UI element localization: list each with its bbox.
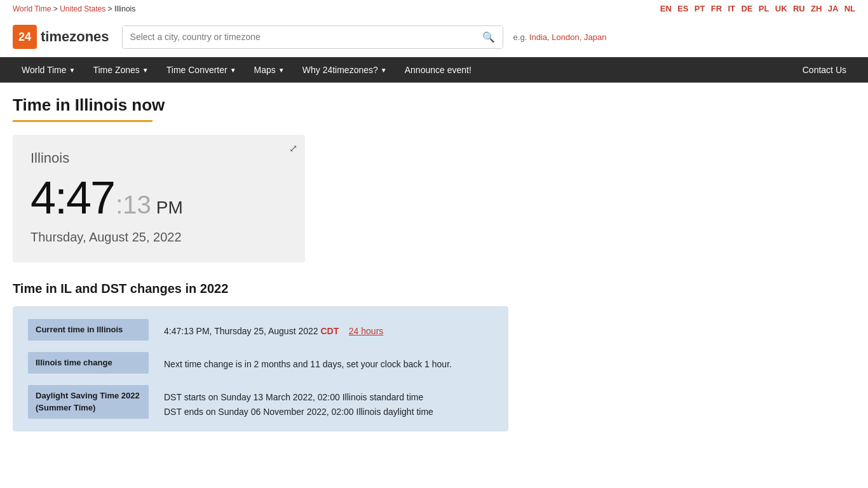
dst-section-title: Time in IL and DST changes in 2022 bbox=[13, 281, 855, 296]
why-arrow-icon: ▼ bbox=[381, 67, 387, 74]
nav-world-time[interactable]: World Time ▼ bbox=[13, 57, 84, 83]
dst-label-dst-2022: Daylight Saving Time 2022 (Summer Time) bbox=[28, 385, 149, 418]
dst-row-dst-2022: Daylight Saving Time 2022 (Summer Time) … bbox=[28, 385, 493, 419]
breadcrumb: World Time > United States > Illinois bbox=[13, 4, 135, 13]
logo-box: 24 bbox=[13, 25, 37, 49]
24-hours-link[interactable]: 24 hours bbox=[349, 326, 383, 336]
lang-pl[interactable]: PL bbox=[759, 4, 770, 13]
example-japan[interactable]: Japan bbox=[584, 32, 606, 42]
nav-announce-event[interactable]: Announce event! bbox=[396, 57, 480, 83]
lang-en[interactable]: EN bbox=[660, 4, 672, 13]
lang-uk[interactable]: UK bbox=[775, 4, 787, 13]
dst-ends: DST ends on Sunday 06 November 2022, 02:… bbox=[164, 405, 433, 419]
lang-pt[interactable]: PT bbox=[695, 4, 705, 13]
lang-ja[interactable]: JA bbox=[828, 4, 839, 13]
language-selector: EN ES PT FR IT DE PL UK RU ZH JA NL bbox=[660, 4, 855, 13]
lang-zh[interactable]: ZH bbox=[811, 4, 822, 13]
dst-row-current-time: Current time in Illinois 4:47:13 PM, Thu… bbox=[28, 319, 493, 341]
example-london[interactable]: London bbox=[552, 32, 579, 42]
breadcrumb-illinois: Illinois bbox=[114, 4, 135, 13]
clock-seconds: :13 bbox=[116, 191, 151, 219]
nav-why-24timezones[interactable]: Why 24timezones? ▼ bbox=[294, 57, 396, 83]
search-examples: e.g. India, London, Japan bbox=[513, 32, 607, 42]
lang-nl[interactable]: NL bbox=[844, 4, 855, 13]
title-underline bbox=[13, 120, 153, 122]
nav-contact-us[interactable]: Contact Us bbox=[794, 57, 855, 83]
lang-ru[interactable]: RU bbox=[793, 4, 805, 13]
time-zones-arrow-icon: ▼ bbox=[142, 67, 149, 74]
main-nav: World Time ▼ Time Zones ▼ Time Converter… bbox=[0, 57, 868, 83]
lang-it[interactable]: IT bbox=[728, 4, 735, 13]
dst-label-time-change: Illinois time change bbox=[28, 352, 149, 374]
expand-icon[interactable]: ⤢ bbox=[289, 142, 297, 154]
page-title: Time in Illinois now bbox=[13, 95, 855, 115]
header: 24 timezones 🔍 e.g. India, London, Japan bbox=[0, 17, 868, 57]
dst-value-current-time: 4:47:13 PM, Thursday 25, August 2022 CDT… bbox=[164, 319, 383, 338]
world-time-arrow-icon: ▼ bbox=[69, 67, 76, 74]
dst-value-time-change: Next time change is in 2 months and 11 d… bbox=[164, 352, 452, 371]
search-button[interactable]: 🔍 bbox=[475, 26, 503, 48]
lang-es[interactable]: ES bbox=[677, 4, 688, 13]
dst-value-dst-2022: DST starts on Sunday 13 March 2022, 02:0… bbox=[164, 385, 433, 419]
current-time-text: 4:47:13 PM, Thursday 25, August 2022 bbox=[164, 326, 318, 336]
examples-label: e.g. bbox=[513, 32, 527, 42]
clock-card: ⤢ Illinois 4:47 :13 PM Thursday, August … bbox=[13, 135, 305, 262]
nav-time-zones[interactable]: Time Zones ▼ bbox=[84, 57, 157, 83]
dst-label-current-time: Current time in Illinois bbox=[28, 319, 149, 341]
top-bar: World Time > United States > Illinois EN… bbox=[0, 0, 868, 17]
cdt-link[interactable]: CDT bbox=[320, 326, 339, 336]
logo-text: timezones bbox=[41, 29, 109, 45]
lang-de[interactable]: DE bbox=[741, 4, 752, 13]
clock-hours-minutes: 4:47 bbox=[31, 172, 114, 224]
dst-row-time-change: Illinois time change Next time change is… bbox=[28, 352, 493, 374]
clock-minutes: 47 bbox=[66, 172, 114, 223]
search-input[interactable] bbox=[123, 26, 475, 48]
clock-date: Thursday, August 25, 2022 bbox=[31, 230, 287, 245]
main-content: Time in Illinois now ⤢ Illinois 4:47 :13… bbox=[0, 83, 868, 444]
dst-card: Current time in Illinois 4:47:13 PM, Thu… bbox=[13, 306, 508, 431]
clock-time-display: 4:47 :13 PM bbox=[31, 172, 287, 224]
logo-link[interactable]: 24 timezones bbox=[13, 25, 109, 49]
dst-starts: DST starts on Sunday 13 March 2022, 02:0… bbox=[164, 390, 433, 404]
time-converter-arrow-icon: ▼ bbox=[230, 67, 236, 74]
clock-ampm: PM bbox=[156, 198, 183, 218]
example-india[interactable]: India bbox=[529, 32, 547, 42]
search-bar: 🔍 bbox=[122, 25, 503, 49]
nav-time-converter[interactable]: Time Converter ▼ bbox=[158, 57, 245, 83]
maps-arrow-icon: ▼ bbox=[278, 67, 285, 74]
nav-maps[interactable]: Maps ▼ bbox=[245, 57, 294, 83]
breadcrumb-united-states[interactable]: United States bbox=[60, 4, 105, 13]
breadcrumb-world-time[interactable]: World Time bbox=[13, 4, 51, 13]
clock-city: Illinois bbox=[31, 150, 287, 166]
lang-fr[interactable]: FR bbox=[711, 4, 722, 13]
clock-hours: 4 bbox=[31, 172, 55, 223]
